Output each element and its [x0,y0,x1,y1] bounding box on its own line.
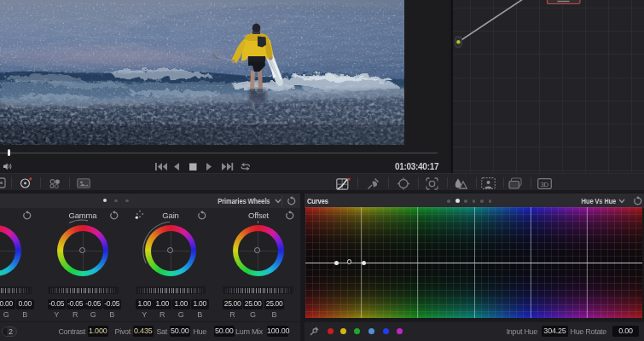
svg-text:3D: 3D [541,181,549,188]
